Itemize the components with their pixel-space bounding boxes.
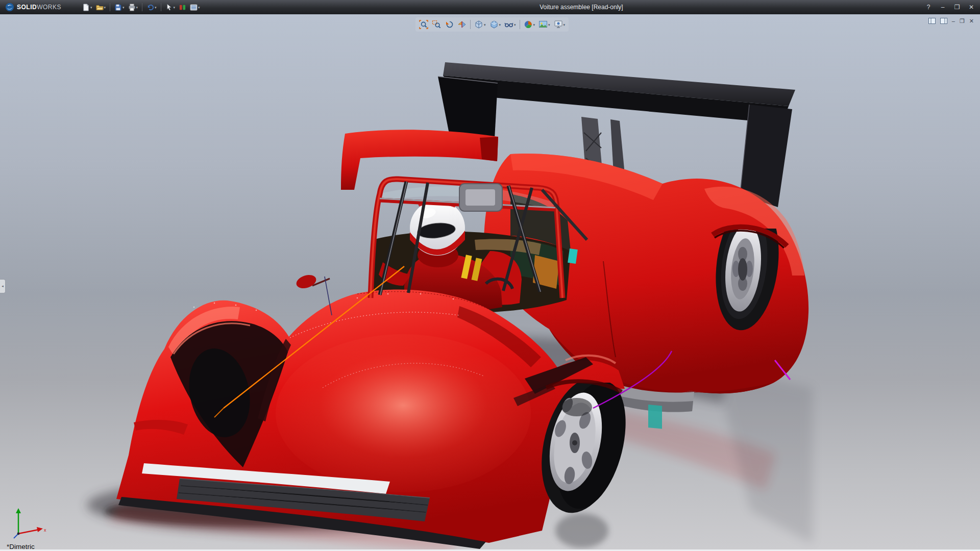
edit-appearance-button[interactable]: ▾ bbox=[522, 18, 537, 31]
options-caret[interactable]: ▾ bbox=[198, 6, 200, 9]
pane-left-button[interactable] bbox=[927, 17, 937, 25]
window-title: Voiture assemblee [Read-only] bbox=[540, 0, 623, 14]
solidworks-logo-icon bbox=[5, 3, 14, 12]
appearance-icon bbox=[179, 4, 186, 11]
undo-caret[interactable]: ▾ bbox=[155, 6, 157, 9]
titlebar[interactable]: SOLIDWORKS ▾ ▾ ▾ bbox=[0, 0, 980, 14]
toolbar-separator bbox=[142, 3, 142, 11]
help-button[interactable]: ? bbox=[923, 3, 934, 12]
open-icon bbox=[96, 4, 104, 11]
heads-up-view-toolbar: ▾ ▾ ▾ ▾ bbox=[415, 17, 569, 32]
hide-show-items-icon bbox=[504, 20, 513, 29]
window-controls: ? – ❐ ✕ bbox=[923, 0, 977, 14]
split-pane-right-icon bbox=[940, 18, 947, 24]
section-view-button[interactable] bbox=[456, 18, 468, 31]
hide-show-items-caret[interactable]: ▾ bbox=[514, 23, 516, 27]
main-toolbar: ▾ ▾ ▾ ▾ bbox=[81, 2, 202, 13]
view-orientation-button[interactable]: ▾ bbox=[473, 18, 487, 31]
brand: SOLIDWORKS bbox=[0, 3, 67, 12]
toolbar-separator bbox=[110, 3, 110, 11]
zoom-to-fit-button[interactable] bbox=[418, 18, 430, 31]
apply-scene-caret[interactable]: ▾ bbox=[548, 23, 550, 27]
save-button[interactable]: ▾ bbox=[113, 2, 126, 13]
undo-button[interactable]: ▾ bbox=[145, 2, 158, 13]
select-caret[interactable]: ▾ bbox=[174, 6, 176, 9]
triad-x-label: x bbox=[44, 528, 46, 533]
zoom-to-area-icon bbox=[432, 20, 441, 29]
previous-view-icon bbox=[445, 20, 454, 29]
zoom-to-area-button[interactable] bbox=[430, 18, 443, 31]
zoom-to-fit-icon bbox=[419, 20, 428, 29]
restore-button[interactable]: ❐ bbox=[951, 3, 963, 12]
document-window-controls: – ❐ ✕ bbox=[927, 17, 975, 25]
solidworks-window: { "ui": { "caret": "▾" }, "window": { "b… bbox=[0, 0, 980, 551]
apply-scene-icon bbox=[538, 20, 548, 29]
options-icon bbox=[190, 4, 198, 11]
view-orientation-caret[interactable]: ▾ bbox=[484, 23, 486, 27]
toolbar-separator bbox=[161, 3, 161, 11]
previous-view-button[interactable] bbox=[443, 18, 455, 31]
feature-manager-collapse-tab[interactable]: ◂ bbox=[0, 279, 6, 293]
orientation-triad: x bbox=[10, 504, 49, 543]
select-cursor-icon bbox=[165, 4, 173, 11]
graphics-viewport[interactable]: ▾ ▾ ▾ ▾ bbox=[0, 14, 980, 551]
hud-separator bbox=[470, 20, 471, 29]
pane-right-button[interactable] bbox=[939, 17, 948, 25]
display-style-caret[interactable]: ▾ bbox=[499, 23, 501, 27]
view-settings-caret[interactable]: ▾ bbox=[564, 23, 566, 27]
brand-text: SOLIDWORKS bbox=[17, 4, 61, 11]
model-scene[interactable] bbox=[0, 14, 980, 551]
save-caret[interactable]: ▾ bbox=[122, 6, 125, 9]
edit-appearance-caret[interactable]: ▾ bbox=[533, 23, 535, 27]
display-style-button[interactable]: ▾ bbox=[488, 18, 503, 31]
new-document-button[interactable]: ▾ bbox=[81, 2, 94, 13]
undo-icon bbox=[146, 4, 154, 11]
print-caret[interactable]: ▾ bbox=[136, 6, 138, 9]
doc-restore-button[interactable]: ❐ bbox=[959, 17, 966, 25]
close-button[interactable]: ✕ bbox=[966, 3, 977, 12]
hide-show-items-button[interactable]: ▾ bbox=[503, 18, 518, 31]
view-settings-button[interactable]: ▾ bbox=[552, 18, 567, 31]
apply-scene-button[interactable]: ▾ bbox=[537, 18, 552, 31]
appearance-button[interactable] bbox=[177, 2, 188, 13]
print-icon bbox=[128, 4, 136, 11]
select-button[interactable]: ▾ bbox=[164, 2, 177, 13]
display-style-icon bbox=[489, 20, 499, 29]
open-button[interactable]: ▾ bbox=[94, 2, 108, 13]
save-icon bbox=[114, 4, 122, 11]
new-document-icon bbox=[82, 4, 90, 11]
open-caret[interactable]: ▾ bbox=[104, 6, 106, 9]
new-document-caret[interactable]: ▾ bbox=[90, 6, 92, 9]
minimize-button[interactable]: – bbox=[937, 3, 948, 12]
left-mirror bbox=[295, 272, 330, 290]
view-settings-icon bbox=[554, 20, 563, 29]
view-orientation-icon bbox=[474, 20, 483, 29]
hud-separator bbox=[520, 20, 520, 29]
options-button[interactable]: ▾ bbox=[188, 2, 202, 13]
print-button[interactable]: ▾ bbox=[127, 2, 140, 13]
section-view-icon bbox=[457, 20, 467, 29]
brand-light: WORKS bbox=[37, 4, 61, 11]
edit-appearance-icon bbox=[524, 20, 533, 29]
doc-minimize-button[interactable]: – bbox=[951, 17, 956, 25]
doc-close-button[interactable]: ✕ bbox=[968, 17, 975, 25]
split-pane-left-icon bbox=[928, 18, 936, 24]
brand-bold: SOLID bbox=[17, 4, 37, 11]
